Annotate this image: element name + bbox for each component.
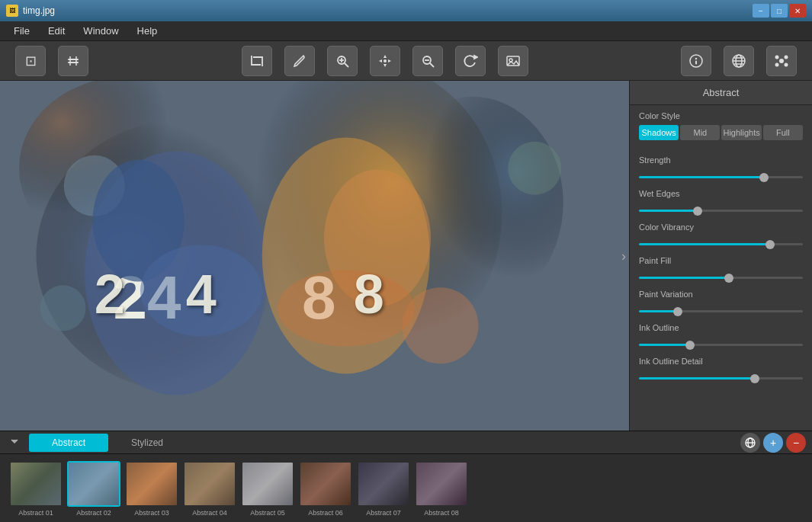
svg-point-29 [785,62,788,66]
image-tool-button[interactable] [498,46,528,76]
thumbnail-label: Abstract 01 [18,509,53,517]
svg-rect-0 [68,59,79,60]
globe-button[interactable] [724,46,754,76]
svg-marker-6 [384,55,387,58]
canvas-area[interactable]: 24 8 › [0,81,629,431]
style-highlights-btn[interactable]: Highlights [721,125,761,140]
paint-variation-slider-row: Paint Variation [639,290,803,315]
rotate-button[interactable] [455,46,486,76]
thumbnail-image-selected [67,461,120,507]
crop-tool-button[interactable] [242,46,272,76]
pen-tool-button[interactable] [284,46,315,76]
style-full-btn[interactable]: Full [763,125,803,140]
thumbnail-image [241,461,294,507]
svg-point-42 [40,285,86,331]
thumbnail-label: Abstract 02 [76,509,111,517]
ink-outline-detail-slider[interactable] [639,377,803,379]
effects-button[interactable] [766,46,797,76]
close-button[interactable]: ✕ [789,4,806,18]
paint-fill-container[interactable] [639,268,803,282]
thumbnail-label: Abstract 05 [250,509,285,517]
svg-line-12 [430,63,434,67]
list-item[interactable]: Abstract 05 [241,461,294,517]
menu-bar: File Edit Window Help [0,21,812,41]
ink-outline-container[interactable] [639,335,803,349]
list-item[interactable]: Abstract 01 [9,461,63,517]
tab-abstract[interactable]: Abstract [29,434,108,452]
svg-rect-19 [695,60,697,64]
color-vibrancy-slider[interactable] [639,243,803,245]
maximize-button[interactable]: □ [771,4,788,18]
collapse-toggle[interactable] [0,433,29,453]
canvas-image: 24 8 [0,81,629,431]
style-shadows-btn[interactable]: Shadows [639,125,679,140]
panel-scroll[interactable]: Color Style Shadows Mid Highlights Full … [630,105,812,431]
thumbnail-image [299,461,352,507]
tab-stylized[interactable]: Stylized [108,434,186,452]
ink-outline-slider[interactable] [639,344,803,346]
strength-label: Strength [639,155,803,165]
svg-marker-14 [474,56,477,59]
remove-action-btn[interactable]: − [786,433,806,453]
window-title: timg.jpg [23,5,55,16]
move-tool-button[interactable] [58,46,88,76]
color-style-section: Color Style Shadows Mid Highlights Full [630,105,812,149]
list-item[interactable]: Abstract 04 [183,461,236,517]
globe-action-btn[interactable] [740,433,760,453]
color-vibrancy-slider-row: Color Vibrancy [639,223,803,248]
zoom-in-button[interactable] [327,46,358,76]
svg-text:24: 24 [114,264,181,331]
paint-fill-slider-row: Paint Fill [639,256,803,282]
wet-edges-label: Wet Edges [639,189,803,198]
svg-marker-8 [379,59,382,62]
wet-edges-slider-row: Wet Edges [639,189,803,215]
info-button[interactable] [681,46,711,76]
style-mid-btn[interactable]: Mid [680,125,720,140]
svg-rect-1 [68,62,79,63]
bottom-tabs: Abstract Stylized + − [0,431,812,454]
thumbnail-label: Abstract 07 [366,509,401,517]
ink-outline-detail-slider-row: Ink Outline Detail [639,357,803,383]
color-vibrancy-container[interactable] [639,235,803,248]
pan-tool-button[interactable] [370,46,400,76]
list-item[interactable]: Abstract 07 [357,461,410,517]
svg-point-45 [324,170,431,307]
wet-edges-slider[interactable] [639,210,803,212]
wet-edges-slider-container[interactable] [639,201,803,215]
sliders-section: Strength Wet Edges Color Vibrancy [630,149,812,396]
svg-point-46 [278,270,415,346]
paint-fill-label: Paint Fill [639,256,803,265]
app-icon: 🖼 [6,5,18,17]
paint-fill-slider[interactable] [639,277,803,279]
main-area: 24 8 › Abstract [0,81,812,431]
thumbnail-image [357,461,410,507]
menu-file[interactable]: File [6,24,37,38]
paint-variation-slider[interactable] [639,310,803,312]
zoom-out-button[interactable] [412,46,443,76]
svg-point-27 [785,55,788,59]
thumbnail-label: Abstract 08 [424,509,459,517]
frame-tool-button[interactable]: ⊡ [15,46,46,76]
menu-window[interactable]: Window [75,24,126,38]
panel-toggle-arrow[interactable]: › [621,248,626,264]
add-action-btn[interactable]: + [763,433,783,453]
strength-slider[interactable] [639,176,803,178]
list-item[interactable]: Abstract 03 [125,461,178,517]
svg-point-43 [93,160,185,282]
svg-text:8: 8 [302,264,336,331]
paint-variation-container[interactable] [639,302,803,315]
minimize-button[interactable]: − [753,4,769,18]
thumbnail-image [415,461,468,507]
menu-edit[interactable]: Edit [40,24,72,38]
list-item[interactable]: Abstract 08 [415,461,468,517]
color-vibrancy-label: Color Vibrancy [639,223,803,232]
ink-outline-detail-container[interactable] [639,369,803,383]
thumbnail-label: Abstract 04 [192,509,227,517]
strength-slider-container[interactable] [639,168,803,181]
list-item[interactable]: Abstract 02 [67,461,120,517]
menu-help[interactable]: Help [130,24,165,38]
svg-point-28 [775,62,779,66]
list-item[interactable]: Abstract 06 [299,461,352,517]
thumbnail-label: Abstract 06 [308,509,343,517]
thumbnail-label: Abstract 03 [134,509,169,517]
